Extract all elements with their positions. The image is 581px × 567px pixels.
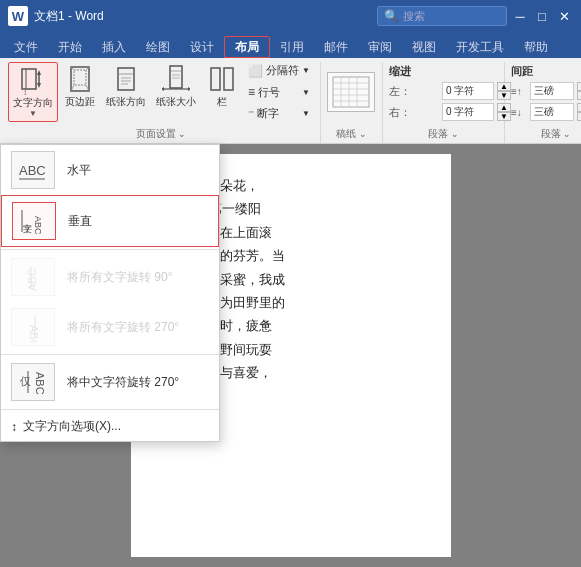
tab-insert[interactable]: 插入 <box>92 36 136 58</box>
line-number-label: 行号 <box>258 85 280 100</box>
orientation-button[interactable]: 纸张方向 <box>102 62 150 122</box>
svg-text:ABC: ABC <box>19 163 46 178</box>
dropdown-item-horizontal[interactable]: ABC 水平 <box>1 145 219 195</box>
separator-icon: ⬜ <box>248 64 263 78</box>
line-number-icon: ≡ <box>248 85 255 99</box>
spacing-after-spin: ▲ ▼ <box>577 103 581 121</box>
text-direction-button[interactable]: ↕ 文字方向 ▼ <box>8 62 58 122</box>
line-number-button[interactable]: ≡ 行号 ▼ <box>244 84 314 101</box>
ribbon-small-group: ⬜ 分隔符 ▼ ≡ 行号 ▼ ⁻ 断字 ▼ <box>244 62 314 122</box>
spacing-after-up[interactable]: ▲ <box>577 103 581 112</box>
dropdown-item-rotate90[interactable]: ABC 将所有文字旋转 90° <box>1 252 219 302</box>
indent-right-input[interactable] <box>442 103 494 121</box>
spacing-expand[interactable]: ⌄ <box>563 129 571 139</box>
rotate90-icon: ABC <box>11 258 55 296</box>
page-setup-group-label: 页面设置 ⌄ <box>8 125 314 141</box>
tab-references[interactable]: 引用 <box>270 36 314 58</box>
dropdown-divider-1 <box>1 249 219 250</box>
dropdown-item-cjk270[interactable]: 仅 ABC 将中文字符旋转 270° <box>1 357 219 407</box>
tab-home[interactable]: 开始 <box>48 36 92 58</box>
spacing-before-input[interactable] <box>530 82 574 100</box>
page-setup-expand[interactable]: ⌄ <box>178 129 186 139</box>
spacing-before-down[interactable]: ▼ <box>577 91 581 100</box>
tab-mailings[interactable]: 邮件 <box>314 36 358 58</box>
svg-text:ABC: ABC <box>33 216 43 235</box>
indent-left-label: 左： <box>389 84 439 99</box>
dropdown-item-vertical[interactable]: 文字 ABC 垂直 <box>1 195 219 247</box>
spacing-group-label: 段落 ⌄ <box>511 125 581 141</box>
tab-layout[interactable]: 布局 <box>224 36 270 58</box>
svg-rect-27 <box>333 77 369 107</box>
minimize-button[interactable]: ─ <box>511 7 529 25</box>
columns-button[interactable]: 栏 <box>202 62 242 122</box>
margins-button[interactable]: 页边距 <box>60 62 100 122</box>
svg-rect-25 <box>211 68 220 90</box>
spacing-before-icon: ≡↑ <box>511 86 527 97</box>
svg-rect-12 <box>118 68 134 90</box>
size-icon <box>160 64 192 96</box>
svg-rect-26 <box>224 68 233 90</box>
dropdown-divider-3 <box>1 409 219 410</box>
svg-text:文字: 文字 <box>24 224 33 234</box>
horizontal-label: 水平 <box>67 162 91 179</box>
svg-marker-5 <box>37 83 41 88</box>
cjk270-icon: 仅 ABC <box>11 363 55 401</box>
tab-view[interactable]: 视图 <box>402 36 446 58</box>
svg-rect-7 <box>74 70 86 85</box>
manuscript-group-label: 稿纸 ⌄ <box>327 125 376 141</box>
spacing-before-row: ≡↑ ▲ ▼ <box>511 82 581 100</box>
columns-icon <box>206 64 238 96</box>
spacing-before-up[interactable]: ▲ <box>577 82 581 91</box>
maximize-button[interactable]: □ <box>533 7 551 25</box>
tab-draw[interactable]: 绘图 <box>136 36 180 58</box>
tab-design[interactable]: 设计 <box>180 36 224 58</box>
svg-text:ABC: ABC <box>34 372 46 395</box>
app-container: W 文档1 - Word 🔍 ─ □ ✕ 文件 开始 插入 绘图 设计 布局 引… <box>0 0 581 567</box>
app-title: 文档1 - Word <box>34 8 104 25</box>
tab-help[interactable]: 帮助 <box>514 36 558 58</box>
ribbon-group-manuscript: 稿纸 ⌄ <box>323 62 383 143</box>
hyphen-button[interactable]: ⁻ 断字 ▼ <box>244 105 314 122</box>
dropdown-footer[interactable]: ↕ 文字方向选项(X)... <box>1 412 219 441</box>
tab-developer[interactable]: 开发工具 <box>446 36 514 58</box>
size-button[interactable]: 纸张大小 <box>152 62 200 122</box>
spacing-after-input[interactable] <box>530 103 574 121</box>
tab-file[interactable]: 文件 <box>4 36 48 58</box>
ribbon: ↕ 文字方向 ▼ <box>0 58 581 144</box>
separator-label: 分隔符 <box>266 63 299 78</box>
orientation-label: 纸张方向 <box>106 96 146 108</box>
search-input[interactable] <box>403 10 503 22</box>
vertical-label: 垂直 <box>68 213 92 230</box>
manuscript-expand[interactable]: ⌄ <box>359 129 367 139</box>
title-bar: W 文档1 - Word 🔍 ─ □ ✕ <box>0 0 581 32</box>
text-direction-icon: ↕ <box>17 65 49 97</box>
svg-rect-17 <box>170 66 182 88</box>
columns-label: 栏 <box>217 96 227 108</box>
margins-icon <box>64 64 96 96</box>
text-direction-dropdown: ABC 水平 文字 ABC 垂直 ABC <box>0 144 220 442</box>
spacing-after-icon: ≡↓ <box>511 107 527 118</box>
indent-section-label: 缩进 <box>389 62 411 82</box>
indent-left-row: 左： ▲ ▼ <box>389 82 511 100</box>
footer-icon: ↕ <box>11 420 17 434</box>
line-number-arrow: ▼ <box>302 88 310 97</box>
indent-right-row: 右： ▲ ▼ <box>389 103 511 121</box>
close-button[interactable]: ✕ <box>555 7 573 25</box>
margins-label: 页边距 <box>65 96 95 108</box>
hyphen-label: 断字 <box>257 106 279 121</box>
dropdown-item-rotate270[interactable]: ABC 将所有文字旋转 270° <box>1 302 219 352</box>
svg-text:ABC: ABC <box>26 268 38 291</box>
separator-button[interactable]: ⬜ 分隔符 ▼ <box>244 62 314 79</box>
title-bar-right: 🔍 ─ □ ✕ <box>377 6 573 26</box>
ribbon-page-buttons: ↕ 文字方向 ▼ <box>8 62 314 125</box>
search-box[interactable]: 🔍 <box>377 6 507 26</box>
spacing-section-label: 间距 <box>511 62 533 82</box>
indent-expand[interactable]: ⌄ <box>451 129 459 139</box>
title-bar-left: W 文档1 - Word <box>8 6 104 26</box>
spacing-after-down[interactable]: ▼ <box>577 112 581 121</box>
dropdown-divider-2 <box>1 354 219 355</box>
indent-left-input[interactable] <box>442 82 494 100</box>
hyphen-icon: ⁻ <box>248 107 254 121</box>
rotate270-icon: ABC <box>11 308 55 346</box>
tab-review[interactable]: 审阅 <box>358 36 402 58</box>
